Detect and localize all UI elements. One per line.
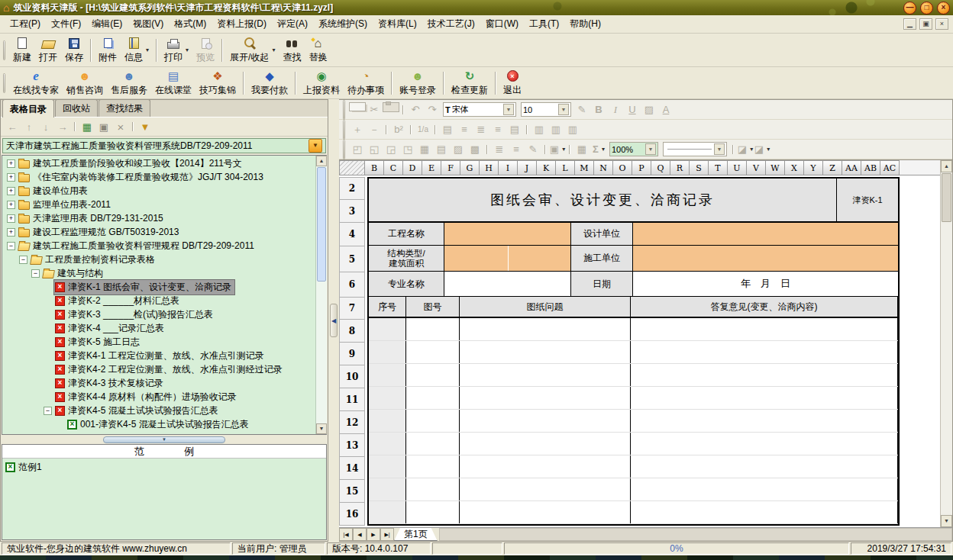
serial-cell[interactable]: [369, 318, 406, 340]
menu-item[interactable]: 帮助(H): [564, 16, 606, 31]
menu-item[interactable]: 工具(T): [524, 16, 564, 31]
format-button[interactable]: [383, 102, 399, 112]
drawing-no-cell[interactable]: [406, 341, 460, 363]
reply-cell[interactable]: [631, 410, 898, 432]
column-header[interactable]: H: [480, 160, 499, 175]
format-button[interactable]: ▦▾: [416, 142, 433, 157]
column-header[interactable]: F: [441, 160, 460, 175]
tree-toolbar-button[interactable]: ▼: [137, 119, 153, 134]
tree-expander[interactable]: +: [7, 159, 15, 168]
column-header[interactable]: Z: [823, 160, 842, 175]
drawing-issue-cell[interactable]: [460, 364, 631, 386]
format-button[interactable]: ✎: [573, 102, 590, 117]
column-header[interactable]: AB: [861, 160, 880, 175]
format-button[interactable]: ▥: [531, 122, 548, 137]
menu-item[interactable]: 资料上报(D): [212, 16, 272, 31]
reply-cell[interactable]: [631, 318, 898, 340]
tree-item[interactable]: 津资K4-1 工程定位测量、放线、水准点引测记录: [2, 349, 315, 362]
scroll-down-icon[interactable]: ▼: [316, 423, 327, 434]
column-header[interactable]: AC: [880, 160, 900, 175]
dropdown-arrow-icon[interactable]: ▾: [146, 47, 149, 53]
format-button[interactable]: 1/a: [415, 122, 431, 137]
column-header[interactable]: M: [575, 160, 594, 175]
menu-item[interactable]: 系统维护(S): [313, 16, 373, 31]
column-header[interactable]: I: [499, 160, 518, 175]
tree-item[interactable]: 津资K-3 ______检(试)验报告汇总表: [2, 307, 315, 321]
toolbar-button[interactable]: 新建 ▾: [9, 36, 35, 65]
format-button[interactable]: ◱▾: [366, 142, 383, 157]
reply-cell[interactable]: [631, 364, 898, 386]
scroll-up-icon[interactable]: ▲: [316, 156, 327, 166]
format-button[interactable]: ≡: [456, 122, 473, 137]
catalog-dropdown[interactable]: 天津市建筑工程施工质量验收资料管理系统DB/T29-209-2011 ▼: [2, 138, 326, 153]
tree-expander[interactable]: +: [7, 173, 15, 182]
font-size-combo[interactable]: 10 ▼: [521, 102, 571, 117]
online-toolbar-button[interactable]: 待办事项: [344, 69, 388, 98]
splitter-collapse-icon[interactable]: ▼: [103, 436, 225, 443]
dropdown-arrow-icon[interactable]: ▾: [562, 146, 565, 153]
construction-unit-field[interactable]: [633, 246, 898, 271]
tree-item[interactable]: + 建设单位用表: [2, 184, 315, 198]
format-button[interactable]: ▥: [548, 122, 564, 137]
sheet-vertical-scrollbar[interactable]: ▲ ▼: [940, 160, 952, 527]
column-header[interactable]: C: [384, 160, 403, 175]
tree-example-splitter[interactable]: ▼: [1, 435, 328, 444]
tree-expander[interactable]: +: [7, 214, 15, 223]
close-button[interactable]: ×: [937, 2, 950, 14]
toolbar-button[interactable]: 打印 ▾: [160, 36, 192, 65]
table-row[interactable]: [369, 410, 898, 433]
dropdown-arrow-icon[interactable]: ▾: [272, 47, 275, 53]
tree-expander[interactable]: −: [44, 407, 52, 415]
dropdown-arrow-icon[interactable]: ▾: [602, 146, 605, 153]
format-button[interactable]: ▤: [506, 122, 523, 137]
tree-item[interactable]: 津资K4-2 工程定位测量、放线、水准点引测经过记录: [2, 362, 315, 376]
catalog-dropdown-button[interactable]: ▼: [309, 139, 322, 153]
drawing-no-cell[interactable]: [406, 501, 460, 523]
drawing-issue-cell[interactable]: [460, 478, 631, 500]
format-button[interactable]: ▥: [564, 122, 581, 137]
maximize-button[interactable]: □: [920, 2, 933, 14]
table-row[interactable]: [369, 478, 898, 501]
drawing-no-cell[interactable]: [406, 387, 460, 409]
row-header[interactable]: 11: [339, 388, 365, 411]
tree-expander[interactable]: −: [19, 256, 27, 264]
toolbar-button[interactable]: 附件 ▾: [95, 36, 121, 65]
tree-item[interactable]: − 建筑与结构: [2, 266, 315, 280]
menu-item[interactable]: 编辑(E): [86, 16, 128, 31]
row-header[interactable]: 5: [339, 246, 365, 272]
online-toolbar-button[interactable]: 在线课堂: [151, 69, 195, 98]
mdi-close-button[interactable]: ×: [935, 18, 948, 30]
serial-cell[interactable]: [369, 478, 406, 500]
row-header[interactable]: 16: [339, 503, 365, 526]
format-button[interactable]: ▨: [641, 102, 657, 117]
row-header[interactable]: 14: [339, 457, 365, 480]
sheet-corner-cell[interactable]: [339, 160, 365, 175]
row-header[interactable]: 9: [339, 343, 365, 365]
tree-item[interactable]: + 《住宅室内装饰装修工程质量验收规范》JGJ/T 304-2013: [2, 170, 315, 184]
column-header[interactable]: E: [422, 160, 441, 175]
scroll-up-icon[interactable]: ▲: [941, 160, 952, 172]
column-header[interactable]: O: [613, 160, 632, 175]
format-button[interactable]: Σ▾: [590, 142, 607, 157]
toolbar-grip[interactable]: [343, 120, 345, 140]
table-row[interactable]: [369, 318, 898, 341]
left-tab[interactable]: 回收站: [55, 99, 98, 117]
online-toolbar-button[interactable]: 在线找专家: [9, 69, 63, 98]
toolbar-button[interactable]: 展开/收起 ▾: [226, 36, 279, 65]
row-header[interactable]: 10: [339, 365, 365, 388]
toolbar-button[interactable]: 信息 ▾: [121, 36, 153, 65]
chevron-down-icon[interactable]: ▼: [714, 143, 725, 155]
reply-cell[interactable]: [631, 455, 898, 478]
specialty-field[interactable]: [444, 272, 571, 296]
drawing-no-cell[interactable]: [406, 478, 460, 500]
format-button[interactable]: －: [366, 122, 383, 137]
format-button[interactable]: ◲▾: [383, 142, 399, 157]
tree-expander[interactable]: +: [7, 187, 15, 195]
online-toolbar-button[interactable]: 我要付款: [247, 69, 292, 98]
form-code[interactable]: 津资K-1: [837, 179, 898, 221]
column-header[interactable]: X: [785, 160, 804, 175]
tree-toolbar-button[interactable]: →: [54, 119, 71, 134]
online-toolbar-button[interactable]: 账号登录: [396, 69, 440, 98]
row-header[interactable]: 15: [339, 480, 365, 503]
splitter-collapse-left-icon[interactable]: ◀: [330, 304, 338, 337]
